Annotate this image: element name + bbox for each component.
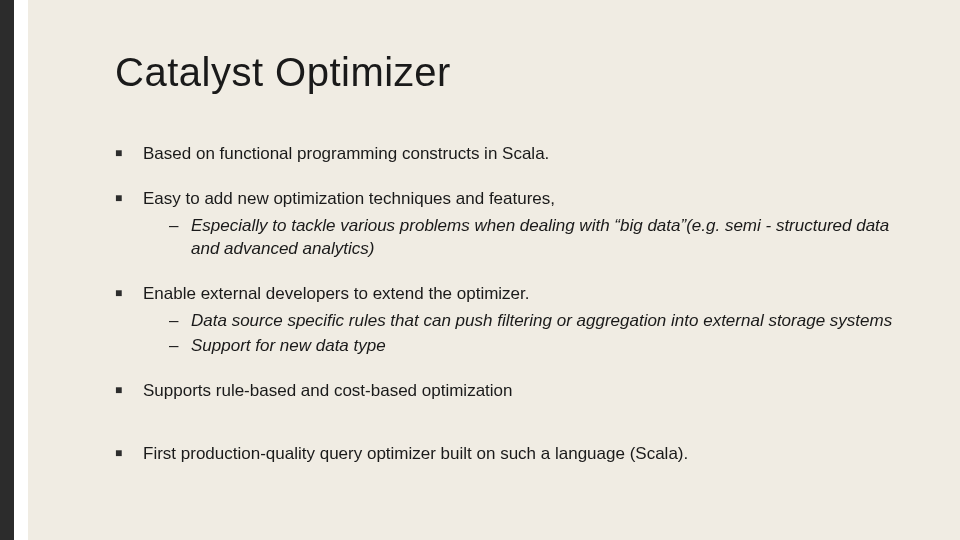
- sub-list: Especially to tackle various problems wh…: [143, 215, 920, 261]
- bullet-text: Enable external developers to extend the…: [143, 284, 530, 303]
- sub-item: Support for new data type: [143, 335, 920, 358]
- sub-item: Data source specific rules that can push…: [143, 310, 920, 333]
- bullet-item: Easy to add new optimization techniques …: [115, 188, 920, 261]
- bullet-text: First production-quality query optimizer…: [143, 444, 688, 463]
- bullet-item: First production-quality query optimizer…: [115, 443, 920, 466]
- sub-list: Data source specific rules that can push…: [143, 310, 920, 358]
- bullet-text: Easy to add new optimization techniques …: [143, 189, 555, 208]
- accent-stripe-light: [14, 0, 28, 540]
- slide-title: Catalyst Optimizer: [115, 50, 920, 95]
- accent-stripe-dark: [0, 0, 14, 540]
- bullet-list: Based on functional programming construc…: [115, 143, 920, 465]
- slide-content: Catalyst Optimizer Based on functional p…: [115, 50, 920, 487]
- sub-item: Especially to tackle various problems wh…: [143, 215, 920, 261]
- bullet-item: Based on functional programming construc…: [115, 143, 920, 166]
- bullet-item: Enable external developers to extend the…: [115, 283, 920, 358]
- bullet-text: Based on functional programming construc…: [143, 144, 549, 163]
- bullet-text: Supports rule-based and cost-based optim…: [143, 381, 513, 400]
- bullet-item: Supports rule-based and cost-based optim…: [115, 380, 920, 403]
